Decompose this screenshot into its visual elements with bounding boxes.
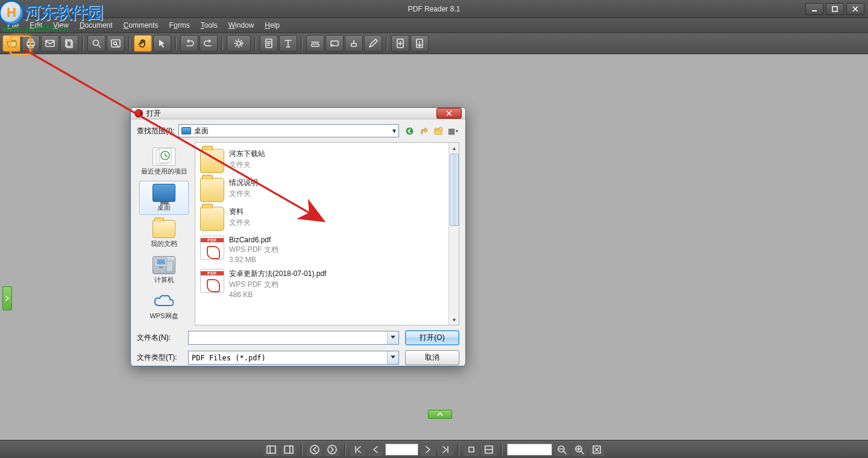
- search-panel-icon[interactable]: [107, 35, 125, 52]
- minimize-button[interactable]: [805, 3, 823, 15]
- file-type: 文件夹: [229, 160, 265, 170]
- place-label: WPS网盘: [149, 312, 178, 321]
- highlight-area-icon[interactable]: [326, 35, 344, 52]
- vertical-scrollbar[interactable]: ▴ ▾: [448, 143, 459, 325]
- svg-rect-16: [312, 44, 319, 46]
- filetype-dropdown[interactable]: [188, 351, 399, 365]
- place-pc[interactable]: 计算机: [139, 253, 189, 287]
- svg-rect-22: [285, 446, 293, 453]
- filename-input[interactable]: [188, 331, 399, 345]
- dialog-close-button[interactable]: [436, 108, 462, 119]
- file-row[interactable]: 资料文件夹: [199, 204, 445, 233]
- look-in-dropdown[interactable]: 桌面 ▾: [178, 124, 399, 137]
- place-monitor[interactable]: 桌面: [139, 181, 189, 215]
- web-back-icon[interactable]: [403, 124, 416, 137]
- zoom-level-box[interactable]: [507, 444, 552, 456]
- panel-right-icon[interactable]: [281, 443, 297, 456]
- open-folder-icon[interactable]: [2, 35, 20, 52]
- svg-point-32: [406, 127, 413, 134]
- svg-rect-2: [832, 7, 837, 11]
- menu-tools[interactable]: Tools: [196, 19, 222, 31]
- file-row[interactable]: 河东下载站文件夹: [199, 146, 445, 175]
- scroll-up-button[interactable]: ▴: [449, 143, 459, 153]
- menu-comments[interactable]: Comments: [119, 19, 163, 31]
- fit-page-icon[interactable]: [481, 443, 497, 456]
- menu-document[interactable]: Document: [75, 19, 118, 31]
- svg-rect-25: [469, 447, 474, 452]
- file-name: BizCard6.pdf: [229, 236, 278, 244]
- find-icon[interactable]: [87, 35, 105, 52]
- extract-page-icon[interactable]: [410, 35, 429, 52]
- hand-tool-icon[interactable]: [134, 35, 152, 52]
- select-tool-icon[interactable]: [153, 35, 171, 52]
- dialog-cancel-button[interactable]: 取消: [405, 350, 459, 365]
- menu-window[interactable]: Window: [224, 19, 259, 31]
- nav-forward-icon[interactable]: [324, 443, 340, 456]
- page-number-box[interactable]: [385, 444, 418, 456]
- settings-gear-icon[interactable]: [227, 35, 251, 52]
- file-list-panel: 河东下载站文件夹情况说明文件夹资料文件夹BizCard6.pdfWPS PDF …: [195, 142, 459, 325]
- menu-edit[interactable]: Edit: [25, 19, 47, 31]
- file-type: WPS PDF 文档: [229, 280, 326, 290]
- menu-help[interactable]: Help: [260, 19, 285, 31]
- stop-icon[interactable]: [464, 443, 479, 456]
- print-icon[interactable]: [22, 35, 40, 52]
- email-icon[interactable]: [41, 35, 59, 52]
- prev-page-icon[interactable]: [368, 443, 383, 456]
- scroll-thumb[interactable]: [450, 154, 459, 226]
- undo-icon[interactable]: [180, 35, 198, 52]
- page-icon[interactable]: [260, 35, 278, 52]
- menu-view[interactable]: View: [48, 19, 74, 31]
- menu-file[interactable]: File: [2, 19, 24, 31]
- bottom-expand-handle[interactable]: [428, 410, 452, 419]
- file-row[interactable]: 安卓更新方法(2018-07-01).pdfWPS PDF 文档486 KB: [199, 266, 445, 301]
- views-icon[interactable]: ▦▾: [446, 124, 459, 137]
- pdf-file-icon: [200, 236, 224, 260]
- maximize-button[interactable]: [826, 3, 844, 15]
- svg-rect-12: [112, 40, 120, 47]
- place-folder[interactable]: 我的文档: [139, 217, 189, 251]
- place-cloud[interactable]: WPS网盘: [139, 289, 189, 323]
- main-toolbar: [0, 33, 868, 54]
- place-recent[interactable]: 最近使用的项目: [139, 145, 189, 178]
- up-one-level-icon[interactable]: [417, 124, 430, 137]
- stamp-icon[interactable]: [345, 35, 363, 52]
- zoom-fit-icon[interactable]: [589, 443, 605, 456]
- sidebar-expand-handle[interactable]: [2, 286, 12, 310]
- scroll-down-button[interactable]: ▾: [449, 315, 459, 325]
- places-bar: 最近使用的项目桌面我的文档计算机WPS网盘: [137, 142, 191, 325]
- new-folder-icon[interactable]: [432, 124, 445, 137]
- first-page-icon[interactable]: [350, 443, 366, 456]
- copy-icon[interactable]: [60, 35, 78, 52]
- pencil-icon[interactable]: [364, 35, 382, 52]
- svg-rect-41: [159, 266, 163, 268]
- file-row[interactable]: 情况说明文件夹: [199, 175, 445, 204]
- svg-rect-34: [435, 128, 438, 130]
- file-list[interactable]: 河东下载站文件夹情况说明文件夹资料文件夹BizCard6.pdfWPS PDF …: [195, 143, 448, 325]
- redo-icon[interactable]: [200, 35, 218, 52]
- next-page-icon[interactable]: [420, 443, 436, 456]
- file-row[interactable]: BizCard6.pdfWPS PDF 文档3.92 MB: [199, 233, 445, 266]
- zoom-in-icon[interactable]: [571, 443, 587, 456]
- panel-left-icon[interactable]: [263, 443, 279, 456]
- close-button[interactable]: [846, 3, 864, 15]
- nav-back-icon[interactable]: [307, 443, 322, 456]
- menu-forms[interactable]: Forms: [165, 19, 195, 31]
- dialog-open-button[interactable]: 打开(O): [405, 330, 459, 345]
- file-name: 情况说明: [229, 178, 258, 188]
- insert-page-icon[interactable]: [391, 35, 409, 52]
- svg-rect-40: [157, 259, 165, 265]
- highlight-icon[interactable]: [306, 35, 324, 52]
- folder-icon: [153, 220, 175, 238]
- file-name: 河东下载站: [229, 149, 265, 159]
- pdf-file-icon: [200, 269, 224, 293]
- zoom-out-icon[interactable]: [554, 443, 570, 456]
- dialog-title-bar[interactable]: 打开: [131, 108, 465, 119]
- dialog-title: 打开: [146, 108, 161, 119]
- file-name: 资料: [229, 207, 251, 217]
- folder-icon: [200, 178, 224, 202]
- last-page-icon[interactable]: [438, 443, 453, 456]
- pc-icon: [153, 256, 175, 274]
- open-file-dialog: 打开 查找范围(I): 桌面 ▾ ▦▾ 最近使用的项目桌面我的文档计算机WPS网…: [130, 107, 466, 366]
- text-icon[interactable]: [279, 35, 297, 52]
